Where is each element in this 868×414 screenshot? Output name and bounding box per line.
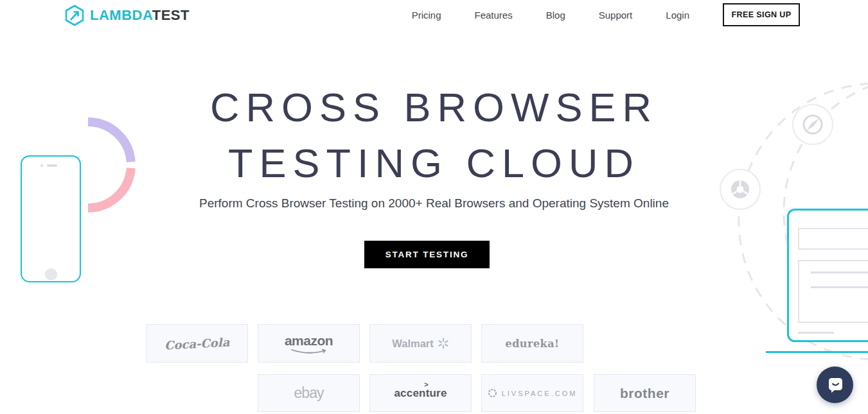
- brother-logo: brother: [620, 386, 669, 401]
- customer-card-accenture: > accenture: [369, 374, 472, 412]
- nav-item-features[interactable]: Features: [475, 10, 513, 21]
- edureka-logo: edureka!: [505, 338, 559, 350]
- amazon-smile-icon: [289, 349, 329, 354]
- amazon-logo-text: amazon: [285, 333, 333, 349]
- customer-card-ebay: ebay: [258, 374, 360, 412]
- mockup-text-line: [811, 272, 868, 273]
- livspace-circle-icon: [488, 388, 497, 398]
- laptop-base-line: [766, 351, 868, 353]
- customer-card-amazon: amazon: [258, 324, 360, 363]
- accenture-logo: > accenture: [394, 387, 447, 400]
- ebay-logo: ebay: [294, 384, 324, 402]
- cocacola-logo: Coca-Cola: [164, 335, 229, 352]
- customer-card-walmart: Walmart: [369, 324, 472, 363]
- mockup-text-line: [811, 286, 868, 288]
- mockup-footer-line: [798, 332, 834, 334]
- mockup-toolbar: [798, 228, 868, 250]
- amazon-logo: amazon: [285, 333, 333, 354]
- chat-widget-button[interactable]: [817, 367, 853, 403]
- nav-item-support[interactable]: Support: [599, 10, 633, 21]
- walmart-logo-text: Walmart: [392, 338, 434, 350]
- accenture-logo-text: accenture: [394, 387, 447, 399]
- livspace-logo: LIVSPACE.COM: [488, 388, 578, 398]
- nav-item-login[interactable]: Login: [666, 10, 689, 21]
- nav-item-pricing[interactable]: Pricing: [412, 10, 441, 21]
- livspace-logo-text: LIVSPACE.COM: [502, 390, 578, 397]
- header-nav: Pricing Features Blog Support Login FREE…: [412, 0, 800, 30]
- browser-window-mockup: [787, 209, 868, 342]
- walmart-spark-icon: [438, 338, 449, 349]
- hero-title-line2: TESTING CLOUD: [0, 141, 868, 185]
- mockup-content-panel: [798, 260, 868, 323]
- start-testing-button[interactable]: START TESTING: [364, 241, 490, 268]
- logo-wordmark: LAMBDATEST: [90, 7, 190, 24]
- hero-subtitle: Perform Cross Browser Testing on 2000+ R…: [0, 196, 868, 211]
- customer-card-livspace: LIVSPACE.COM: [481, 374, 583, 412]
- logo-wordmark-secondary: TEST: [152, 7, 190, 23]
- free-sign-up-button[interactable]: FREE SIGN UP: [723, 3, 800, 26]
- hero-title-line1: CROSS BROWSER: [0, 85, 868, 130]
- phone-home-button: [45, 268, 57, 280]
- chat-bubble-icon: [826, 375, 845, 395]
- nav-item-blog[interactable]: Blog: [546, 10, 565, 21]
- top-navigation-bar: LAMBDATEST Pricing Features Blog Support…: [0, 0, 868, 30]
- lambdatest-hexagon-icon: [64, 4, 85, 26]
- customer-card-cocacola: Coca-Cola: [146, 324, 248, 363]
- customer-card-brother: brother: [594, 374, 696, 412]
- accenture-arrow-icon: >: [424, 381, 429, 388]
- customer-card-edureka: edureka!: [481, 324, 583, 363]
- logo-wordmark-primary: LAMBDA: [90, 7, 152, 23]
- lambdatest-logo[interactable]: LAMBDATEST: [64, 4, 190, 26]
- walmart-logo: Walmart: [392, 338, 449, 350]
